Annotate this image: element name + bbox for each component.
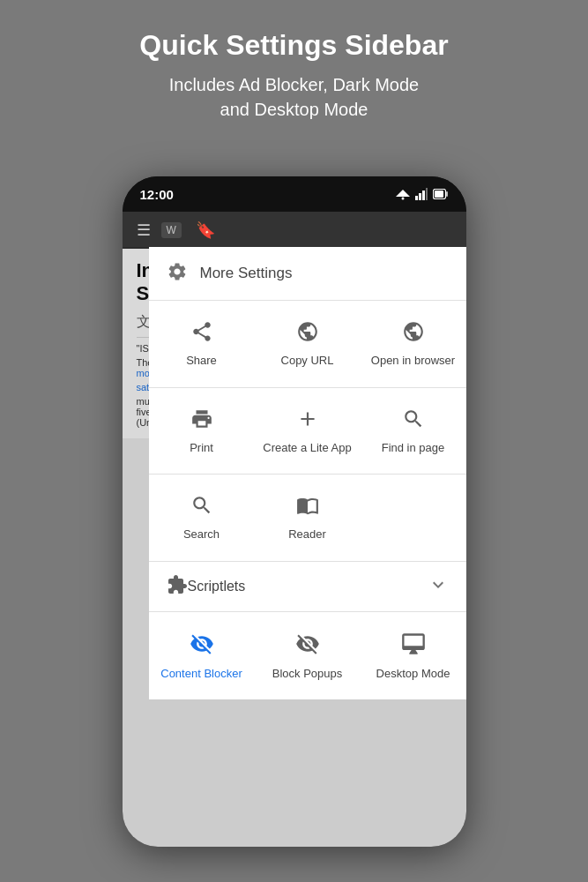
menu-item-content-blocker[interactable]: Content Blocker [149,619,255,693]
bookmark-bar: ☰ W 🔖 [123,212,466,249]
svg-rect-8 [446,191,448,197]
menu-item-share[interactable]: Share [149,308,255,380]
content-blocker-icon [190,632,214,660]
desktop-mode-label: Desktop Mode [376,667,450,681]
globe-icon-2 [402,320,425,347]
search-label: Search [183,527,220,542]
reader-label: Reader [288,527,326,542]
menu-item-desktop-mode[interactable]: Desktop Mode [361,619,466,693]
svg-rect-6 [426,188,428,200]
svg-rect-3 [415,196,418,200]
scriptlets-label: Scriptlets [188,579,428,594]
block-popups-label: Block Popups [272,667,343,681]
menu-item-open-browser[interactable]: Open in browser [361,308,466,380]
hamburger-icon[interactable]: ☰ [137,220,151,240]
share-icon [190,320,213,347]
status-icons [396,188,449,200]
svg-rect-5 [422,191,425,200]
puzzle-icon [167,574,188,599]
menu-item-search[interactable]: Search [149,482,255,554]
find-in-page-label: Find in page [382,441,445,455]
menu-row-3: Search Reader [149,475,466,562]
menu-item-find-in-page[interactable]: Find in page [361,395,466,467]
search-icon-1 [402,407,425,434]
copy-url-label: Copy URL [281,354,334,368]
bookmark-star-icon[interactable]: 🔖 [196,220,215,240]
signal-icon [415,188,428,200]
time-display: 12:00 [140,187,174,202]
page-title: Quick Settings Sidebar [35,28,553,62]
battery-icon [433,189,449,199]
menu-row-2: Print Create a Lite App [149,388,466,475]
menu-row-1: Share Copy URL Ope [149,301,466,388]
globe-icon-1 [296,320,319,347]
wifi-icon [396,188,410,200]
menu-header-label: More Settings [200,265,293,282]
menu-item-create-lite-app[interactable]: Create a Lite App [255,395,361,467]
block-popups-icon [295,632,320,660]
content-blocker-label: Content Blocker [160,667,242,681]
svg-point-2 [401,198,404,200]
menu-item-print[interactable]: Print [149,395,255,467]
create-lite-app-label: Create a Lite App [263,441,351,455]
share-label: Share [186,354,217,368]
open-browser-label: Open in browser [371,354,455,368]
menu-item-block-popups[interactable]: Block Popups [255,619,361,693]
tab-text: W [161,222,182,238]
browser-bg: ☰ W 🔖 Inte Stat 文A "ISS" re... (disamb) … [123,212,466,847]
search-icon-2 [190,494,213,520]
print-icon [190,407,213,434]
menu-header[interactable]: More Settings [149,247,466,301]
menu-item-reader[interactable]: Reader [255,482,361,554]
plus-icon [296,407,319,434]
gear-icon [167,261,188,286]
svg-rect-4 [419,193,421,200]
svg-rect-9 [435,191,443,198]
book-icon [296,494,319,520]
scriptlets-row[interactable]: Scriptlets [149,562,466,612]
phone-frame: 12:00 ☰ [123,176,466,847]
header-section: Quick Settings Sidebar Includes Ad Block… [0,0,588,139]
settings-menu: More Settings Share [149,247,466,699]
status-bar: 12:00 [123,176,466,212]
page-subtitle: Includes Ad Blocker, Dark Modeand Deskto… [35,72,553,122]
print-label: Print [190,441,213,455]
chevron-down-icon [428,574,449,599]
menu-row-bottom: Content Blocker Block Popups [149,612,466,700]
desktop-mode-icon [401,632,426,660]
menu-item-copy-url[interactable]: Copy URL [255,308,361,380]
